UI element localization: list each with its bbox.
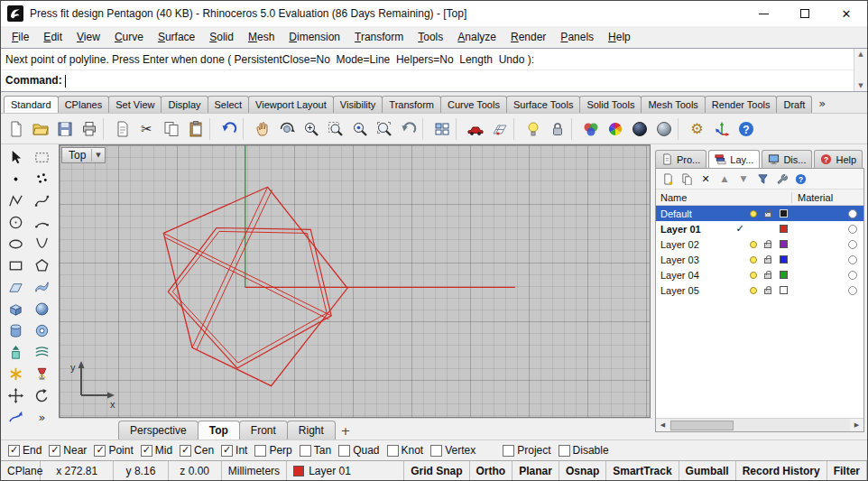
menu-mesh[interactable]: Mesh <box>241 28 282 47</box>
layer-material-circle[interactable] <box>791 240 863 249</box>
scroll-up-icon[interactable]: ▲ <box>854 49 867 60</box>
osnap-disable[interactable]: Disable <box>559 444 609 457</box>
status-smarttrack-toggle[interactable]: SmartTrack <box>606 461 679 480</box>
pipe-icon[interactable] <box>29 319 55 341</box>
osnap-int[interactable]: Int <box>221 444 247 457</box>
polygon-icon[interactable] <box>29 254 55 276</box>
color-wheel-icon[interactable] <box>603 116 627 142</box>
cylinder-icon[interactable] <box>3 319 29 341</box>
viewport-layout-icon[interactable] <box>429 116 454 142</box>
layer-tools-icon[interactable] <box>773 171 790 187</box>
tab-top[interactable]: Top <box>198 421 240 439</box>
osnap-disable-checkbox[interactable] <box>559 445 570 457</box>
osnap-point-checkbox[interactable] <box>94 445 106 457</box>
toolbar-tab-display[interactable]: Display <box>161 96 208 113</box>
layer-color-swatch[interactable] <box>775 255 791 264</box>
save-icon[interactable] <box>52 116 77 142</box>
menu-edit[interactable]: Edit <box>36 28 69 47</box>
osnap-tan-checkbox[interactable] <box>300 445 311 457</box>
toolbar-tab-draft[interactable]: Draft <box>776 96 812 113</box>
status-osnap-toggle[interactable]: Osnap <box>559 461 606 480</box>
lock-icon[interactable] <box>545 116 569 142</box>
tab-display[interactable]: Dis... <box>762 150 812 168</box>
status-filter-toggle[interactable]: Filter <box>827 461 867 480</box>
osnap-tan[interactable]: Tan <box>300 444 331 457</box>
toolbar-tab-visibility[interactable]: Visibility <box>333 96 383 113</box>
layer-visibility-bulb-icon[interactable] <box>746 272 761 279</box>
status-gumball-toggle[interactable]: Gumball <box>679 461 736 480</box>
osnap-perp[interactable]: Perp <box>254 444 291 457</box>
rectangle-icon[interactable] <box>3 254 29 276</box>
layer-color-swatch[interactable] <box>775 271 791 279</box>
osnap-project[interactable]: Project <box>503 444 550 457</box>
add-viewport-tab-button[interactable]: + <box>335 422 356 439</box>
menu-tools[interactable]: Tools <box>411 28 450 47</box>
status-planar-toggle[interactable]: Planar <box>512 461 559 480</box>
osnap-cen[interactable]: Cen <box>180 444 214 457</box>
copy-icon[interactable] <box>159 116 183 142</box>
osnap-end[interactable]: End <box>8 444 42 457</box>
layer-visibility-bulb-icon[interactable] <box>746 241 761 248</box>
osnap-vertex-checkbox[interactable] <box>430 445 442 457</box>
point-icon[interactable] <box>3 168 29 190</box>
osnap-perp-checkbox[interactable] <box>254 445 266 457</box>
osnap-point[interactable]: Point <box>94 444 133 457</box>
toolbar-tab-select[interactable]: Select <box>208 96 250 113</box>
osnap-project-checkbox[interactable] <box>503 445 514 457</box>
filter-icon[interactable] <box>754 171 771 187</box>
toolbar-tab-mesh-tools[interactable]: Mesh Tools <box>641 96 705 113</box>
scroll-thumb[interactable] <box>670 421 734 430</box>
delete-layer-icon[interactable]: ✕ <box>697 171 714 187</box>
status-grid-snap-toggle[interactable]: Grid Snap <box>404 461 469 480</box>
tab-layers[interactable]: Lay... <box>708 150 760 168</box>
fillet-icon[interactable] <box>3 363 29 384</box>
layer-lock-icon[interactable] <box>761 255 775 264</box>
pan-icon[interactable] <box>250 116 274 142</box>
viewport-title[interactable]: Top ▼ <box>61 147 106 163</box>
undo-view-icon[interactable] <box>396 116 420 142</box>
layer-lock-icon[interactable] <box>761 286 775 294</box>
gumball-icon[interactable] <box>709 116 734 142</box>
box-icon[interactable] <box>3 298 29 319</box>
move-icon[interactable] <box>3 384 29 406</box>
top-viewport[interactable]: Top ▼ y x <box>59 144 651 418</box>
toolbar-tab-render-tools[interactable]: Render Tools <box>705 96 778 113</box>
column-header-material[interactable]: Material <box>791 192 863 203</box>
surface-from-curves-icon[interactable] <box>29 276 55 298</box>
layer-material-circle[interactable] <box>791 286 863 295</box>
cplane-icon[interactable] <box>487 116 512 142</box>
layer-visibility-bulb-icon[interactable] <box>746 287 761 294</box>
scroll-track[interactable] <box>854 60 867 80</box>
toolbar-tab-solid-tools[interactable]: Solid Tools <box>579 96 642 113</box>
toolbar-tabs-overflow-chevron[interactable]: » <box>815 97 829 113</box>
layer-row-layer-02[interactable]: Layer 02 <box>656 236 863 252</box>
parabola-icon[interactable] <box>29 233 55 254</box>
status-ortho-toggle[interactable]: Ortho <box>470 461 513 480</box>
status-units[interactable]: Millimeters <box>222 461 287 480</box>
osnap-mid[interactable]: Mid <box>141 444 172 457</box>
shaded-sphere-icon[interactable] <box>627 116 651 142</box>
menu-file[interactable]: File <box>5 28 36 47</box>
layers-horizontal-scrollbar[interactable]: ◀ ▶ <box>656 418 863 431</box>
command-scrollbar[interactable]: ▲ ▼ <box>854 49 867 91</box>
menu-analyze[interactable]: Analyze <box>450 28 503 47</box>
menu-help[interactable]: Help <box>601 28 638 47</box>
layer-material-circle[interactable] <box>791 225 863 234</box>
viewport-menu-dropdown-icon[interactable]: ▼ <box>91 149 104 162</box>
osnap-int-checkbox[interactable] <box>221 445 233 457</box>
point-cloud-icon[interactable] <box>29 168 55 190</box>
move-down-icon[interactable]: ▼ <box>735 171 752 187</box>
zoom-dynamic-icon[interactable] <box>299 116 323 142</box>
layer-material-circle[interactable] <box>791 209 863 218</box>
menu-transform[interactable]: Transform <box>347 28 411 47</box>
menu-surface[interactable]: Surface <box>151 28 202 47</box>
column-header-name[interactable]: Name <box>656 192 791 203</box>
osnap-quad-checkbox[interactable] <box>338 445 350 457</box>
layer-lock-icon[interactable] <box>761 240 775 248</box>
sphere-icon[interactable] <box>29 298 55 319</box>
tab-properties[interactable]: Pro... <box>655 150 706 168</box>
more-tools-chevron[interactable]: » <box>29 406 55 428</box>
zoom-extents-icon[interactable] <box>372 116 396 142</box>
properties-icon[interactable] <box>110 116 134 142</box>
curve-icon[interactable] <box>29 190 55 211</box>
